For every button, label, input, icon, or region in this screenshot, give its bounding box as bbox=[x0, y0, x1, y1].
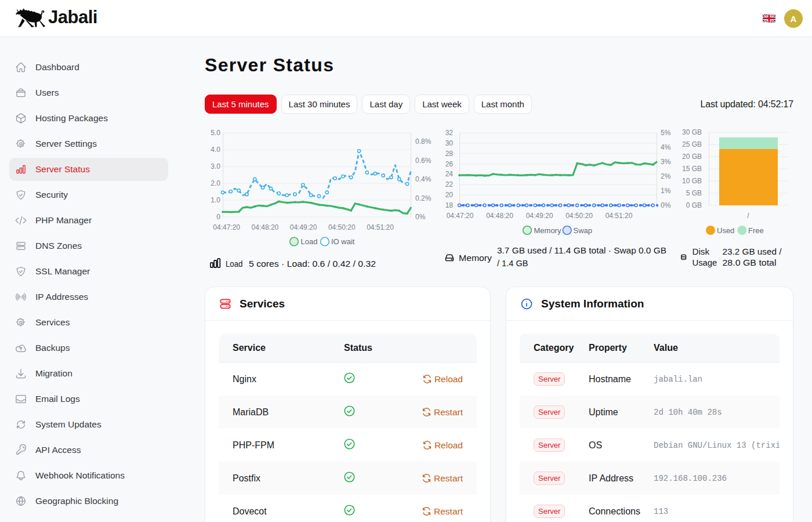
svg-text:IO wait: IO wait bbox=[331, 237, 355, 246]
svg-text:0.6%: 0.6% bbox=[415, 157, 432, 165]
svg-text:/: / bbox=[747, 212, 749, 220]
svg-text:04:49:20: 04:49:20 bbox=[526, 212, 553, 220]
svg-text:2%: 2% bbox=[661, 172, 671, 180]
svg-text:28.0 GB total: 28.0 GB total bbox=[723, 258, 777, 267]
svg-text:04:47:20: 04:47:20 bbox=[213, 223, 240, 231]
svg-text:25 GB: 25 GB bbox=[682, 140, 702, 148]
svg-text:Load: Load bbox=[301, 237, 318, 246]
svg-text:5 cores · Load: 0.6 / 0.42 / 0: 5 cores · Load: 0.6 / 0.42 / 0.32 bbox=[249, 259, 376, 269]
svg-text:22: 22 bbox=[445, 180, 454, 188]
svg-text:Memory: Memory bbox=[534, 226, 561, 235]
svg-text:2.0: 2.0 bbox=[211, 179, 220, 187]
svg-text:Memory: Memory bbox=[459, 253, 492, 263]
svg-text:04:48:20: 04:48:20 bbox=[486, 212, 513, 220]
svg-text:0.2%: 0.2% bbox=[415, 194, 432, 202]
svg-text:0%: 0% bbox=[415, 213, 426, 221]
svg-text:15 GB: 15 GB bbox=[682, 165, 702, 173]
svg-text:24: 24 bbox=[445, 170, 454, 178]
svg-text:0%: 0% bbox=[661, 201, 671, 209]
svg-text:26: 26 bbox=[445, 160, 454, 168]
svg-text:20: 20 bbox=[445, 191, 454, 199]
svg-text:04:50:20: 04:50:20 bbox=[328, 223, 356, 231]
svg-text:0.8%: 0.8% bbox=[415, 137, 432, 146]
svg-text:23.2 GB used /: 23.2 GB used / bbox=[723, 246, 782, 256]
svg-text:5%: 5% bbox=[661, 129, 671, 137]
svg-text:04:51:20: 04:51:20 bbox=[367, 223, 394, 231]
svg-text:04:50:20: 04:50:20 bbox=[566, 212, 593, 220]
svg-text:04:49:20: 04:49:20 bbox=[290, 223, 317, 231]
svg-text:3.7 GB used / 11.4 GB total ·: 3.7 GB used / 11.4 GB total · Swap 0.0 G… bbox=[497, 245, 666, 255]
svg-text:Usage: Usage bbox=[693, 258, 717, 267]
svg-text:0: 0 bbox=[216, 213, 220, 221]
svg-text:04:47:20: 04:47:20 bbox=[447, 212, 474, 220]
svg-text:4.0: 4.0 bbox=[211, 146, 220, 154]
svg-text:30: 30 bbox=[445, 139, 454, 147]
svg-text:1.0: 1.0 bbox=[211, 196, 220, 204]
svg-text:Free: Free bbox=[748, 226, 764, 235]
svg-text:Disk: Disk bbox=[693, 246, 710, 256]
svg-text:18: 18 bbox=[445, 201, 454, 209]
svg-text:Used: Used bbox=[717, 226, 734, 235]
svg-text:1%: 1% bbox=[661, 187, 671, 195]
svg-text:10 GB: 10 GB bbox=[682, 177, 702, 185]
svg-text:28: 28 bbox=[445, 150, 454, 158]
svg-text:4%: 4% bbox=[661, 143, 671, 151]
svg-text:5 GB: 5 GB bbox=[686, 189, 702, 197]
svg-text:0 GB: 0 GB bbox=[686, 201, 702, 209]
svg-text:20 GB: 20 GB bbox=[682, 153, 702, 161]
svg-text:Swap: Swap bbox=[574, 226, 593, 235]
svg-text:04:48:20: 04:48:20 bbox=[252, 223, 279, 231]
svg-text:04:51:20: 04:51:20 bbox=[606, 212, 633, 220]
svg-text:3%: 3% bbox=[661, 158, 671, 166]
svg-text:/ 1.4 GB: / 1.4 GB bbox=[497, 258, 528, 268]
svg-text:30 GB: 30 GB bbox=[682, 128, 702, 136]
svg-text:5.0: 5.0 bbox=[211, 129, 220, 137]
svg-text:3.0: 3.0 bbox=[211, 162, 220, 171]
svg-text:0.4%: 0.4% bbox=[415, 175, 432, 183]
svg-text:Load: Load bbox=[226, 259, 243, 269]
svg-text:32: 32 bbox=[445, 129, 454, 137]
